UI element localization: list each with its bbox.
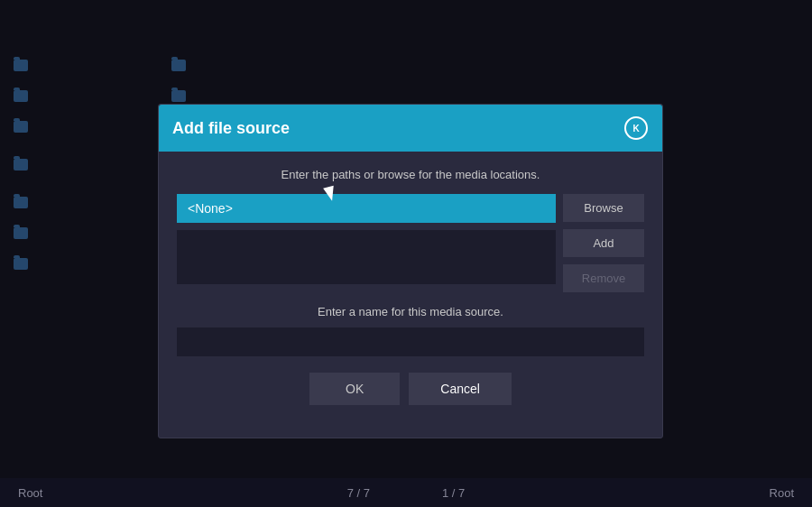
footer-bar: Root 7 / 7 1 / 7 Root xyxy=(0,478,812,507)
path-section: Browse Add Remove xyxy=(177,194,644,292)
source-name-input[interactable] xyxy=(177,327,644,356)
browse-button[interactable]: Browse xyxy=(563,194,644,222)
kodi-emblem: K xyxy=(624,116,648,140)
path-input[interactable] xyxy=(177,194,556,223)
cancel-button[interactable]: Cancel xyxy=(409,373,512,405)
ok-button[interactable]: OK xyxy=(309,373,400,405)
dialog-body: Enter the paths or browse for the media … xyxy=(159,152,662,438)
action-buttons: Browse Add Remove xyxy=(563,194,644,292)
dialog-footer: OK Cancel xyxy=(177,373,644,421)
name-instruction: Enter a name for this media source. xyxy=(177,305,644,318)
path-instruction: Enter the paths or browse for the media … xyxy=(177,168,644,181)
path-list-area xyxy=(177,230,556,284)
footer-right: Root xyxy=(770,486,794,500)
add-button[interactable]: Add xyxy=(563,229,644,257)
footer-page-right: 1 / 7 xyxy=(442,486,465,500)
dialog-header: Add file source K xyxy=(159,105,662,152)
footer-page-left: 7 / 7 xyxy=(347,486,370,500)
remove-button[interactable]: Remove xyxy=(563,264,644,292)
kodi-logo-icon: K xyxy=(623,115,649,141)
footer-left: Root xyxy=(18,486,42,500)
footer-center: 7 / 7 1 / 7 xyxy=(347,486,466,500)
path-left xyxy=(177,194,556,292)
path-row xyxy=(177,194,556,223)
dialog-title: Add file source xyxy=(172,119,290,138)
add-file-source-dialog: Add file source K Enter the paths or bro… xyxy=(158,104,663,438)
